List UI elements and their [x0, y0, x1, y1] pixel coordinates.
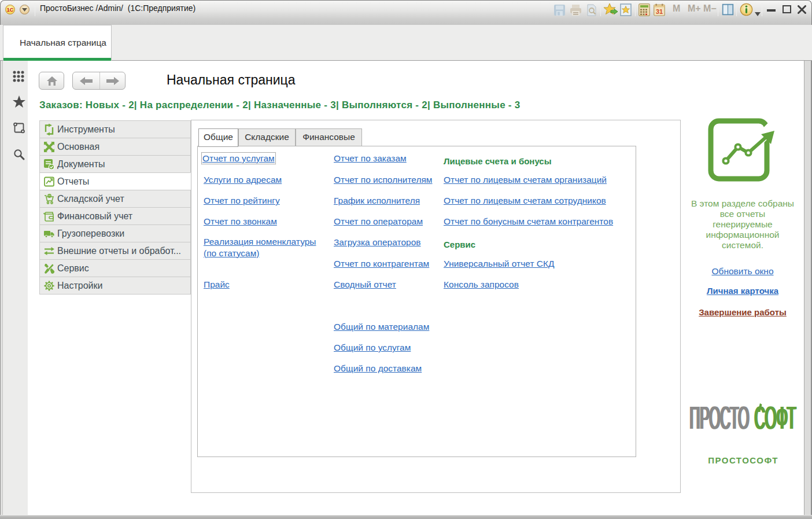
svg-text:31: 31 [656, 8, 663, 15]
svg-text:ПРОСТО: ПРОСТО [691, 400, 750, 435]
